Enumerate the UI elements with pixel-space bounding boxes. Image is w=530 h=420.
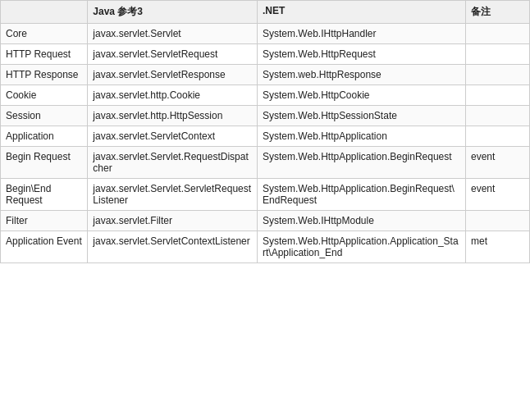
table-row: Begin\End Requestjavax.servlet.Servlet.S… (1, 179, 530, 211)
cell-col1: HTTP Request (1, 44, 88, 65)
cell-col2: javax.servlet.ServletResponse (88, 65, 258, 85)
table-row: Cookiejavax.servlet.http.CookieSystem.We… (1, 85, 530, 106)
cell-col4 (466, 24, 530, 44)
table-row: Filterjavax.servlet.FilterSystem.Web.IHt… (1, 211, 530, 231)
cell-col3: System.Web.HttpApplication.Application_S… (258, 231, 466, 263)
cell-col1: Cookie (1, 85, 88, 106)
cell-col2: javax.servlet.http.Cookie (88, 85, 258, 106)
cell-col4 (466, 85, 530, 106)
cell-col2: javax.servlet.http.HttpSession (88, 106, 258, 126)
table-row: Begin Requestjavax.servlet.Servlet.Reque… (1, 147, 530, 179)
cell-col4: event (466, 147, 530, 179)
table-row: HTTP Responsejavax.servlet.ServletRespon… (1, 65, 530, 85)
table-header-row: Java 参考3 .NET 备注 (1, 1, 530, 24)
cell-col3: System.Web.HttpCookie (258, 85, 466, 106)
header-col4: 备注 (466, 1, 530, 24)
header-col2: Java 参考3 (88, 1, 258, 24)
cell-col4: met (466, 231, 530, 263)
cell-col2: javax.servlet.Servlet (88, 24, 258, 44)
cell-col4 (466, 44, 530, 65)
cell-col4 (466, 106, 530, 126)
cell-col1: Begin\End Request (1, 179, 88, 211)
cell-col4 (466, 211, 530, 231)
table-row: Application Eventjavax.servlet.ServletCo… (1, 231, 530, 263)
cell-col3: System.Web.HttpApplication.BeginRequest\… (258, 179, 466, 211)
table-row: Sessionjavax.servlet.http.HttpSessionSys… (1, 106, 530, 126)
cell-col2: javax.servlet.Filter (88, 211, 258, 231)
cell-col3: System.Web.IHttpHandler (258, 24, 466, 44)
cell-col2: javax.servlet.ServletRequest (88, 44, 258, 65)
cell-col2: javax.servlet.Servlet.ServletRequestList… (88, 179, 258, 211)
table-row: Corejavax.servlet.ServletSystem.Web.IHtt… (1, 24, 530, 44)
cell-col1: Application (1, 126, 88, 147)
cell-col3: System.Web.IHttpModule (258, 211, 466, 231)
cell-col4 (466, 126, 530, 147)
cell-col3: System.Web.HttpRequest (258, 44, 466, 65)
cell-col1: Filter (1, 211, 88, 231)
table-row: Applicationjavax.servlet.ServletContextS… (1, 126, 530, 147)
cell-col4: event (466, 179, 530, 211)
cell-col3: System.Web.HttpApplication.BeginRequest (258, 147, 466, 179)
cell-col2: javax.servlet.ServletContext (88, 126, 258, 147)
cell-col2: javax.servlet.Servlet.RequestDispatcher (88, 147, 258, 179)
header-col3: .NET (258, 1, 466, 24)
comparison-table: Java 参考3 .NET 备注 Corejavax.servlet.Servl… (0, 0, 530, 263)
cell-col3: System.Web.HttpSessionState (258, 106, 466, 126)
cell-col3: System.Web.HttpApplication (258, 126, 466, 147)
cell-col1: HTTP Response (1, 65, 88, 85)
cell-col3: System.web.HttpResponse (258, 65, 466, 85)
header-col1 (1, 1, 88, 24)
cell-col4 (466, 65, 530, 85)
cell-col1: Core (1, 24, 88, 44)
cell-col2: javax.servlet.ServletContextListener (88, 231, 258, 263)
cell-col1: Application Event (1, 231, 88, 263)
cell-col1: Session (1, 106, 88, 126)
cell-col1: Begin Request (1, 147, 88, 179)
table-row: HTTP Requestjavax.servlet.ServletRequest… (1, 44, 530, 65)
